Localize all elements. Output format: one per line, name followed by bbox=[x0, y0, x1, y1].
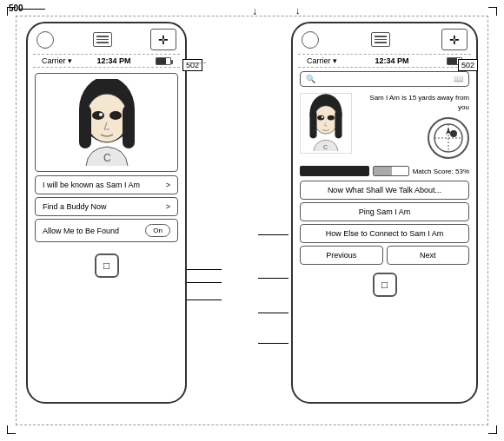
menu-item-1-label: I will be known as Sam I Am bbox=[43, 181, 140, 189]
prev-button[interactable]: Previous bbox=[300, 246, 383, 265]
time-right: 12:34 PM bbox=[375, 56, 408, 65]
leader-1 bbox=[187, 269, 222, 270]
battery-tip-left bbox=[171, 60, 173, 64]
match-bar-fill bbox=[374, 167, 392, 175]
match-score-text: Match Score: 53% bbox=[413, 168, 469, 175]
svg-rect-11 bbox=[335, 111, 342, 139]
menu-item-1-arrow: > bbox=[166, 181, 170, 189]
menu-item-2-label: Find a Buddy Now bbox=[43, 202, 107, 211]
top-arrow-2: ↓ bbox=[295, 5, 301, 16]
camera-right bbox=[302, 31, 319, 49]
menu-item-1[interactable]: I will be known as Sam I Am > bbox=[35, 175, 178, 194]
profile-info-text: Sam I Am is 15 yards away from you bbox=[357, 93, 469, 112]
menu-items-left: I will be known as Sam I Am > Find a Bud… bbox=[28, 175, 185, 242]
prev-next-row: Previous Next bbox=[300, 246, 469, 265]
next-label: Next bbox=[420, 251, 436, 260]
phone-bottom-right: □ bbox=[293, 267, 476, 304]
top-arrow: ↓ bbox=[252, 5, 257, 17]
phone-right: ✛ Carrier ▾ 12:34 PM 🔍 📖 bbox=[291, 22, 478, 404]
action-btn-3-label: How Else to Connect to Sam I Am bbox=[326, 229, 444, 238]
profile-row: C Sam I Am is 15 yards away from you bbox=[293, 89, 476, 162]
book-icon: 📖 bbox=[454, 75, 463, 83]
menu-item-3-label: Allow Me to Be Found bbox=[43, 227, 119, 235]
label-502-right: 502 bbox=[458, 59, 478, 71]
menu-item-2-arrow: > bbox=[166, 202, 170, 211]
menu-item-3[interactable]: Allow Me to Be Found On bbox=[35, 219, 178, 242]
phone-left-inner: ✛ Carrier ▾ 12:34 PM bbox=[28, 23, 185, 402]
match-bar-row: Match Score: 53% bbox=[293, 164, 476, 178]
phone-right-inner: ✛ Carrier ▾ 12:34 PM 🔍 📖 bbox=[293, 23, 476, 402]
toggle-switch[interactable]: On bbox=[145, 224, 170, 237]
svg-point-9 bbox=[314, 106, 338, 134]
home-icon-right: □ bbox=[381, 279, 388, 291]
svg-point-12 bbox=[317, 115, 324, 121]
home-button-left[interactable]: □ bbox=[95, 253, 119, 278]
svg-point-19 bbox=[450, 130, 457, 137]
home-button-right[interactable]: □ bbox=[373, 273, 397, 297]
svg-point-1 bbox=[86, 94, 128, 142]
svg-point-13 bbox=[328, 115, 335, 121]
leader-r1 bbox=[258, 234, 288, 235]
ref-arrow-500 bbox=[19, 9, 45, 10]
search-bar[interactable]: 🔍 📖 bbox=[300, 71, 469, 87]
avatar-box-left: C bbox=[35, 73, 178, 172]
menu-line3 bbox=[96, 42, 109, 43]
phone-top-row-left: ✛ bbox=[28, 23, 185, 52]
match-bar-bg bbox=[373, 166, 409, 176]
menu-icon-right[interactable] bbox=[371, 32, 390, 47]
menu-line3-r bbox=[375, 42, 387, 43]
avatar-svg-left: C bbox=[63, 79, 150, 166]
direction-circle bbox=[428, 117, 469, 159]
svg-rect-3 bbox=[123, 105, 135, 148]
action-btn-1[interactable]: Now What Shall We Talk About... bbox=[300, 181, 469, 200]
action-btn-1-label: Now What Shall We Talk About... bbox=[328, 186, 441, 194]
label-502-left: 502 bbox=[182, 59, 202, 71]
svg-point-6 bbox=[99, 113, 103, 116]
menu-icon-left[interactable] bbox=[93, 32, 112, 47]
match-bar-dark bbox=[300, 166, 369, 176]
menu-line1 bbox=[96, 36, 109, 37]
svg-point-14 bbox=[322, 116, 323, 118]
time-left: 12:34 PM bbox=[96, 56, 130, 65]
carrier-right: Carrier ▾ bbox=[307, 56, 337, 65]
carrier-left: Carrier ▾ bbox=[42, 56, 72, 65]
avatar-svg-right: C bbox=[300, 93, 352, 154]
phone-bottom-left: □ bbox=[28, 245, 185, 285]
svg-text:C: C bbox=[103, 152, 111, 164]
svg-text:C: C bbox=[323, 144, 328, 150]
menu-item-2[interactable]: Find a Buddy Now > bbox=[35, 197, 178, 216]
status-bar-right: Carrier ▾ 12:34 PM bbox=[298, 54, 471, 68]
menu-line2 bbox=[96, 39, 109, 41]
prev-label: Previous bbox=[326, 251, 356, 260]
corner-bl bbox=[7, 425, 16, 434]
arrows-icon-right[interactable]: ✛ bbox=[441, 29, 468, 50]
leader-r2 bbox=[258, 278, 288, 279]
battery-fill-left bbox=[156, 58, 166, 64]
leader-2 bbox=[187, 282, 222, 283]
next-button[interactable]: Next bbox=[387, 246, 470, 265]
battery-fill-right bbox=[448, 58, 457, 64]
profile-info-col: Sam I Am is 15 yards away from you bbox=[357, 93, 469, 159]
svg-point-5 bbox=[109, 111, 122, 120]
arrows-icon-left[interactable]: ✛ bbox=[150, 29, 176, 50]
menu-line2-r bbox=[375, 39, 387, 41]
svg-rect-2 bbox=[79, 105, 91, 148]
dashed-502-line-left bbox=[189, 63, 206, 63]
status-bar-left: Carrier ▾ 12:34 PM bbox=[33, 54, 180, 68]
svg-point-4 bbox=[92, 111, 104, 120]
battery-left bbox=[156, 57, 171, 65]
home-icon-left: □ bbox=[103, 260, 109, 272]
action-btn-2-label: Ping Sam I Am bbox=[359, 207, 411, 216]
action-btn-2[interactable]: Ping Sam I Am bbox=[300, 202, 469, 221]
compass-svg bbox=[433, 122, 464, 154]
menu-line1-r bbox=[375, 36, 387, 37]
phone-left: ✛ Carrier ▾ 12:34 PM bbox=[26, 22, 187, 404]
search-icon: 🔍 bbox=[306, 75, 315, 83]
action-btn-3[interactable]: How Else to Connect to Sam I Am bbox=[300, 224, 469, 243]
action-buttons: Now What Shall We Talk About... Ping Sam… bbox=[293, 181, 476, 265]
phone-top-row-right: ✛ bbox=[293, 23, 476, 52]
camera-left bbox=[36, 31, 54, 49]
leader-3 bbox=[187, 299, 222, 300]
leader-r4 bbox=[258, 343, 288, 344]
corner-tr bbox=[488, 7, 497, 16]
